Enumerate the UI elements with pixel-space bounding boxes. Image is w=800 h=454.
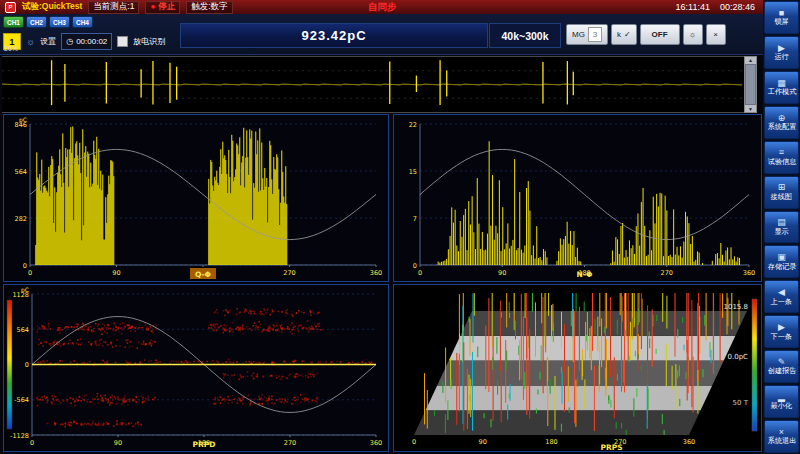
toolbar-right-buttons: MG 3 k ✓ OFF ☼ × <box>566 23 726 46</box>
mg-button[interactable]: MG 3 <box>566 24 608 45</box>
sidebar-item-10[interactable]: ✎创建报告 <box>764 350 799 383</box>
band-filter-box[interactable]: 40k~300k <box>489 23 561 48</box>
svg-text:N-Φ: N-Φ <box>577 270 593 279</box>
k-check-icon: ✓ <box>624 30 631 39</box>
sidebar-item-12[interactable]: ×系统退出 <box>764 420 799 453</box>
sidebar-item-label: 工作模式 <box>767 88 796 95</box>
sidebar-item-7[interactable]: ▣存储记录 <box>764 245 799 278</box>
svg-text:180: 180 <box>545 438 557 446</box>
sidebar-item-9[interactable]: ▶下一条 <box>764 315 799 348</box>
gear-button[interactable]: ☼ <box>683 24 703 45</box>
sidebar-item-1[interactable]: ▶运行 <box>764 36 799 69</box>
close-icon: × <box>713 30 718 39</box>
svg-text:0.0pC: 0.0pC <box>728 353 749 361</box>
sidebar-item-2[interactable]: ▦工作模式 <box>764 71 799 104</box>
svg-text:90: 90 <box>112 269 120 277</box>
svg-text:-564: -564 <box>14 396 29 404</box>
stop-indicator[interactable]: ● 停止 <box>145 1 180 14</box>
sidebar-item-11[interactable]: ▂最小化 <box>764 385 799 418</box>
test-name-label: 试验:QuickTest <box>22 1 82 13</box>
channel-button-3[interactable]: CH3 <box>49 16 70 28</box>
svg-text:50 T: 50 T <box>733 399 749 407</box>
prps-panel: 090180270360PRPS1015.80.0pC50 T <box>393 284 762 452</box>
time-waveform-strip <box>2 56 744 113</box>
channel-buttons: CH1CH2CH3CH4 <box>3 16 93 28</box>
mg-value: 3 <box>588 27 602 42</box>
discharge-id-label: 放电识别 <box>133 36 165 47</box>
pd-analyzer-window: P 试验:QuickTest 当前测点:1 ● 停止 触发:数字 自同步 16:… <box>0 0 800 454</box>
svg-text:360: 360 <box>683 438 695 446</box>
trigger-mode-label: 触发:数字 <box>191 1 227 13</box>
channel-button-4[interactable]: CH4 <box>72 16 93 28</box>
sidebar-item-0[interactable]: ■锁屏 <box>764 1 799 34</box>
vertical-scale-label: 20% <box>4 45 18 52</box>
off-button[interactable]: OFF <box>640 24 680 45</box>
sidebar-item-label: 上一条 <box>771 298 792 305</box>
sidebar-item-label: 显示 <box>774 228 788 235</box>
record-dot-icon: ● <box>150 3 155 11</box>
sidebar-item-label: 运行 <box>774 53 788 60</box>
nphi-panel: 221570090180270360N-Φ <box>393 114 762 282</box>
svg-text:7: 7 <box>413 215 417 223</box>
svg-text:0: 0 <box>28 269 32 277</box>
prpd-chart[interactable]: 11285640-564-1128090180270360pCPRPD <box>4 285 388 451</box>
k-label: k <box>617 30 621 39</box>
toolbar: CH1CH2CH3CH4 1 ☼ 设置 ◷ 00:00:02 放电识别 923.… <box>0 14 763 55</box>
waveform-scrollbar[interactable]: ▲ ▼ <box>744 56 757 113</box>
current-point-label: 当前测点:1 <box>93 1 134 13</box>
nphi-chart[interactable]: 221570090180270360N-Φ <box>394 115 761 281</box>
current-point-box: 当前测点:1 <box>88 1 139 14</box>
svg-text:270: 270 <box>284 439 296 447</box>
qphi-chart[interactable]: 8465642820090180270360pCQ-Φ <box>4 115 388 281</box>
svg-text:90: 90 <box>498 269 506 277</box>
stop-label: 停止 <box>158 1 175 13</box>
elapsed-time: 00:28:46 <box>720 2 755 12</box>
titlebar: P 试验:QuickTest 当前测点:1 ● 停止 触发:数字 自同步 16:… <box>0 0 763 14</box>
svg-text:90: 90 <box>114 439 122 447</box>
sidebar-item-3[interactable]: ⊕系统配置 <box>764 106 799 139</box>
sidebar-item-label: 接线图 <box>771 193 792 200</box>
main-reading: 923.42pC <box>180 23 488 48</box>
prps-chart[interactable]: 090180270360PRPS1015.80.0pC50 T <box>394 285 761 451</box>
sidebar-item-label: 系统退出 <box>767 437 796 444</box>
sidebar-item-label: 存储记录 <box>767 263 796 270</box>
channel-button-1[interactable]: CH1 <box>3 16 24 28</box>
svg-text:1015.8: 1015.8 <box>724 303 749 311</box>
scroll-down-icon[interactable]: ▼ <box>748 106 753 112</box>
sidebar-item-label: 下一条 <box>771 333 792 340</box>
time-waveform-chart <box>2 57 742 112</box>
sidebar-item-4[interactable]: ≡试验信息 <box>764 141 799 174</box>
sidebar-item-label: 最小化 <box>771 403 792 410</box>
sidebar-item-6[interactable]: ▤显示 <box>764 211 799 244</box>
scroll-up-icon[interactable]: ▲ <box>748 57 753 63</box>
sidebar-item-label: 锁屏 <box>774 18 788 25</box>
svg-text:360: 360 <box>743 269 755 277</box>
svg-text:360: 360 <box>370 439 382 447</box>
scrollbar-thumb[interactable] <box>745 64 756 105</box>
sidebar-item-label: 试验信息 <box>767 158 796 165</box>
svg-text:15: 15 <box>409 168 417 176</box>
svg-text:22: 22 <box>409 121 417 129</box>
svg-text:pC: pC <box>21 286 29 294</box>
svg-text:90: 90 <box>479 438 487 446</box>
svg-text:270: 270 <box>661 269 673 277</box>
control-row: 1 ☼ 设置 ◷ 00:00:02 放电识别 <box>3 30 165 52</box>
clock-area: 16:11:41 00:28:46 <box>676 2 755 12</box>
sidebar-item-5[interactable]: ⊞接线图 <box>764 176 799 209</box>
discharge-id-checkbox[interactable] <box>117 36 128 47</box>
close-button[interactable]: × <box>706 24 726 45</box>
sidebar-item-icon: ◀ <box>778 288 785 297</box>
settings-gear-icon[interactable]: ☼ <box>26 36 35 47</box>
trigger-mode-box[interactable]: 触发:数字 <box>186 1 232 14</box>
sidebar-item-8[interactable]: ◀上一条 <box>764 280 799 313</box>
svg-text:564: 564 <box>17 326 29 334</box>
svg-text:282: 282 <box>15 215 27 223</box>
svg-text:-1128: -1128 <box>10 432 29 440</box>
sidebar: ■锁屏▶运行▦工作模式⊕系统配置≡试验信息⊞接线图▤显示▣存储记录◀上一条▶下一… <box>763 0 800 454</box>
channel-button-2[interactable]: CH2 <box>26 16 47 28</box>
k-button[interactable]: k ✓ <box>611 24 637 45</box>
svg-text:PRPD: PRPD <box>193 440 216 449</box>
settings-label[interactable]: 设置 <box>40 36 56 47</box>
svg-text:PRPS: PRPS <box>600 443 622 451</box>
sync-mode-label: 自同步 <box>368 1 397 14</box>
